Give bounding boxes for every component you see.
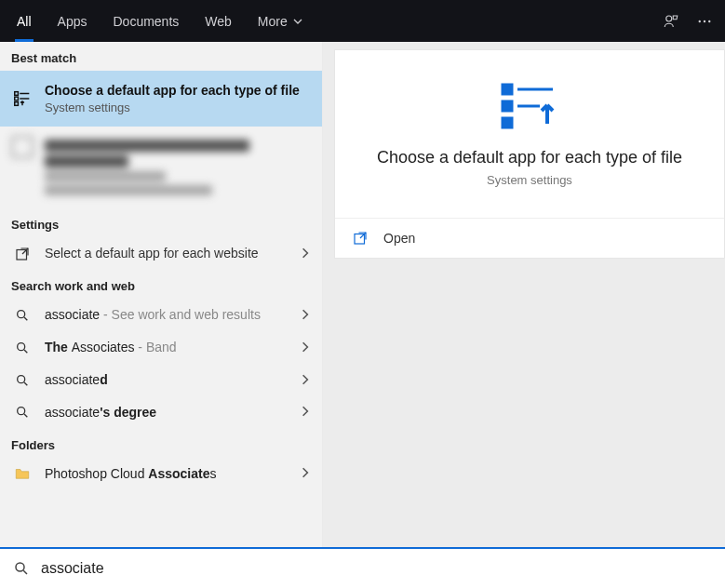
preview-title: Choose a default app for each type of fi…: [377, 148, 682, 167]
svg-rect-8: [15, 102, 19, 106]
tab-label: Documents: [113, 14, 179, 29]
group-settings: Settings: [0, 208, 322, 237]
svg-line-15: [24, 382, 27, 385]
tab-label: More: [258, 14, 288, 29]
settings-result[interactable]: Select a default app for each website: [0, 237, 322, 270]
svg-point-0: [666, 16, 672, 21]
tab-web[interactable]: Web: [192, 0, 245, 42]
svg-point-2: [704, 20, 705, 21]
search-icon: [11, 341, 34, 355]
search-icon: [11, 308, 34, 323]
web-result[interactable]: associate - See work and web results: [0, 299, 322, 331]
svg-point-3: [708, 20, 710, 21]
svg-line-11: [24, 317, 27, 320]
more-options-icon[interactable]: [688, 13, 721, 30]
search-input[interactable]: [41, 560, 712, 577]
tab-apps[interactable]: Apps: [45, 0, 101, 42]
search-icon: [13, 560, 30, 577]
svg-point-1: [699, 20, 701, 21]
chevron-right-icon: [300, 308, 311, 323]
main-area: Best match Choose a default app for each…: [0, 42, 725, 547]
tab-label: Apps: [58, 14, 87, 29]
tab-label: Web: [205, 14, 232, 29]
chevron-right-icon: [300, 405, 311, 420]
svg-line-13: [24, 350, 27, 353]
open-external-icon: [11, 246, 34, 262]
search-bar[interactable]: [0, 547, 725, 588]
svg-rect-22: [503, 118, 512, 127]
results-panel: Best match Choose a default app for each…: [0, 42, 323, 547]
svg-rect-20: [503, 101, 512, 111]
settings-list-icon: [497, 81, 562, 133]
folder-icon: [11, 465, 34, 482]
svg-rect-6: [15, 97, 19, 100]
tab-more[interactable]: More: [245, 0, 316, 42]
open-external-icon: [352, 230, 369, 247]
chevron-down-icon: [293, 14, 302, 29]
web-result[interactable]: associated: [0, 364, 322, 396]
svg-line-17: [24, 414, 27, 417]
tab-label: All: [17, 14, 32, 29]
open-action[interactable]: Open: [335, 218, 724, 258]
open-label: Open: [383, 231, 415, 246]
svg-point-10: [18, 310, 25, 317]
web-result[interactable]: The Associates - Band: [0, 331, 322, 364]
chevron-right-icon: [300, 341, 311, 355]
svg-point-14: [18, 375, 25, 382]
top-bar: All Apps Documents Web More: [0, 0, 725, 42]
tab-all[interactable]: All: [4, 0, 45, 42]
blurred-result[interactable]: [0, 127, 322, 208]
group-search-work-web: Search work and web: [0, 270, 322, 299]
result-title: Select a default app for each website: [45, 245, 300, 262]
preview-subtitle: System settings: [487, 173, 572, 187]
folder-result[interactable]: Photoshop Cloud Associates: [0, 458, 322, 490]
chevron-right-icon: [300, 373, 311, 388]
search-icon: [11, 405, 34, 420]
feedback-icon[interactable]: [654, 13, 688, 30]
preview-card: Choose a default app for each type of fi…: [334, 49, 725, 259]
web-result[interactable]: associate's degree: [0, 396, 322, 429]
tab-documents[interactable]: Documents: [100, 0, 192, 42]
chevron-right-icon: [300, 466, 311, 481]
svg-point-24: [16, 563, 24, 571]
search-tabs: All Apps Documents Web More: [4, 0, 316, 42]
svg-line-25: [23, 570, 27, 574]
group-best-match: Best match: [0, 42, 322, 71]
chevron-right-icon: [300, 247, 311, 261]
best-match-result[interactable]: Choose a default app for each type of fi…: [0, 71, 322, 127]
group-folders: Folders: [0, 429, 322, 458]
settings-list-icon: [11, 88, 34, 109]
result-subtitle: System settings: [45, 100, 311, 116]
svg-point-12: [18, 342, 25, 350]
svg-rect-18: [503, 85, 512, 94]
preview-panel: Choose a default app for each type of fi…: [323, 42, 725, 547]
search-icon: [11, 373, 34, 388]
result-title: Choose a default app for each type of fi…: [45, 82, 311, 100]
svg-point-16: [18, 408, 25, 415]
svg-rect-4: [15, 92, 19, 96]
preview-hero: Choose a default app for each type of fi…: [335, 50, 724, 218]
